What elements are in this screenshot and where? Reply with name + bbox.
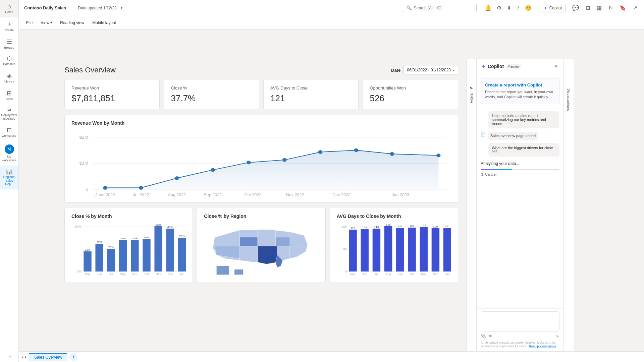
copilot-title: Copilot [488, 64, 504, 69]
kpi-label-close: Close % [171, 85, 252, 90]
search-input[interactable] [414, 6, 468, 10]
svg-rect-63 [349, 230, 357, 272]
sidebar-item-metrics[interactable]: ◈ Metrics [0, 69, 18, 87]
svg-rect-42 [154, 226, 162, 272]
svg-rect-65 [361, 229, 368, 272]
tab-nav-next[interactable]: ▸ [25, 355, 27, 359]
copilot-preview-link[interactable]: Read preview terms [529, 345, 556, 348]
layout-icon[interactable]: ▦ [595, 3, 603, 12]
reading-view-btn[interactable]: Reading view [57, 19, 88, 26]
download-icon[interactable]: ⬇ [505, 3, 513, 12]
svg-text:Nov: Nov [421, 273, 426, 276]
refresh-icon[interactable]: ↻ [607, 3, 614, 12]
svg-point-16 [436, 154, 441, 157]
svg-text:Jun: Jun [362, 273, 367, 276]
mobile-layout-btn[interactable]: Mobile layout [89, 19, 119, 26]
close-pct-region-title: Close % by Region [204, 214, 318, 219]
topbar-meta-chevron[interactable]: ▾ [121, 6, 122, 10]
svg-rect-30 [84, 251, 91, 272]
svg-text:49%: 49% [167, 226, 173, 229]
tab-nav-prev[interactable]: ◂ [21, 355, 23, 359]
sidebar-item-home[interactable]: ⌂ Home [0, 0, 18, 17]
sidebar-item-browse[interactable]: ☰ Browse [0, 36, 18, 53]
svg-text:Nov 2022: Nov 2022 [286, 192, 304, 197]
copilot-cancel-button[interactable]: ⊗ Cancel [481, 172, 559, 177]
svg-point-8 [139, 186, 143, 190]
copilot-system-msg-1: 📄 Sales overview page added [481, 132, 559, 140]
attach-icon[interactable]: 📎 [481, 334, 486, 339]
copilot-disclaimer: AI-generated content can make mistakes. … [481, 341, 559, 349]
svg-rect-46 [178, 238, 186, 272]
search-icon: 🔍 [407, 5, 412, 10]
svg-rect-73 [408, 228, 416, 272]
sidebar-label-home: Home [5, 10, 13, 14]
date-range-picker[interactable]: 06/01/2022 - 01/12/2023 ▾ [403, 66, 458, 74]
svg-text:Aug: Aug [120, 273, 126, 276]
feedback-icon[interactable]: 😊 [524, 3, 533, 12]
notifications-icon[interactable]: 🔔 [483, 3, 493, 12]
avg-days-month-chart: 100 50 0 116 118 119 [337, 223, 451, 277]
comment-icon[interactable]: 💬 [571, 3, 580, 12]
share-icon[interactable]: ↗ [632, 3, 639, 12]
copilot-close-button[interactable]: ✕ [553, 63, 559, 70]
avg-days-month-title: AVG Days to Close by Month [337, 214, 451, 219]
svg-point-15 [390, 152, 394, 156]
close-pct-month-card: Close % by Month 50% 0% 23% [64, 208, 193, 282]
date-label: Date [391, 68, 400, 73]
view-menu[interactable]: View ▾ [37, 19, 55, 26]
svg-text:0%: 0% [77, 270, 82, 273]
sidebar-item-apps[interactable]: ⊞ Apps [0, 87, 18, 104]
sidebar-item-deployment[interactable]: ⇌ Deploymentpipelines [0, 104, 18, 124]
page-header: Sales Overview Date 06/01/2022 - 01/12/2… [64, 66, 458, 74]
copilot-panel: ✦ Copilot Preview ✕ Create a report with… [476, 59, 564, 351]
filters-panel[interactable]: ⊳ Filters [466, 59, 476, 351]
regional-icon: 📊 [6, 169, 13, 174]
help-icon[interactable]: ? [515, 4, 521, 12]
filters-label[interactable]: Filters [469, 90, 473, 106]
bookmark-icon[interactable]: 🔖 [618, 3, 628, 12]
copilot-create-title[interactable]: Create a report with Copilot [485, 82, 555, 87]
sidebar-item-regional[interactable]: 📊 RegionalSales Rep... [0, 166, 18, 189]
copilot-input-icons: 📎 ✏ [481, 334, 492, 339]
kpi-row: Revenue Won $7,811,851 Close % 37.7% AVG… [64, 80, 458, 109]
tab-sales-overview[interactable]: Sales Overview [29, 353, 67, 361]
svg-text:121: 121 [445, 225, 450, 228]
copilot-send-button[interactable]: ➤ [555, 334, 559, 339]
file-menu[interactable]: File [23, 19, 36, 26]
edit-icon[interactable]: ✏ [489, 334, 492, 339]
sidebar-item-myworkspace[interactable]: M Myworkspace [0, 141, 18, 166]
create-icon: + [7, 21, 11, 27]
svg-text:Jun: Jun [97, 273, 102, 276]
svg-text:Oct 2022: Oct 2022 [244, 192, 261, 197]
svg-text:0: 0 [86, 187, 89, 192]
sidebar-label-browse: Browse [4, 46, 14, 50]
svg-text:May: May [85, 273, 91, 276]
copilot-input-area[interactable] [481, 311, 559, 331]
sidebar-item-create[interactable]: + Create [0, 17, 18, 36]
add-tab-button[interactable]: + [69, 353, 77, 361]
copilot-label: Copilot [549, 6, 562, 10]
sidebar-label-myworkspace: Myworkspace [2, 155, 16, 162]
sidebar-item-workspaces[interactable]: ⊡ workspace [0, 124, 18, 141]
svg-text:$1M: $1M [79, 161, 88, 166]
search-box[interactable]: 🔍 [403, 4, 477, 12]
sidebar-item-datahub[interactable]: ⬡ Data hub [0, 53, 18, 69]
svg-text:0: 0 [345, 270, 346, 273]
copilot-footer: 📎 ✏ ➤ AI-generated content can make mist… [477, 308, 564, 351]
svg-text:119: 119 [374, 226, 379, 229]
settings-icon[interactable]: ⚙ [495, 3, 503, 12]
sidebar-item-more[interactable]: ··· [0, 351, 18, 362]
kpi-card-opps: Opportunities Won 526 [363, 80, 458, 109]
copilot-preview-badge: Preview [506, 64, 521, 69]
view-options-icon[interactable]: ⊞ [584, 3, 591, 12]
sidebar: ⌂ Home + Create ☰ Browse ⬡ Data hub ◈ Me… [0, 0, 19, 362]
viz-label[interactable]: Visualizations [567, 86, 571, 114]
svg-text:Aug 2022: Aug 2022 [168, 192, 186, 197]
sidebar-label-regional: RegionalSales Rep... [2, 175, 17, 186]
copilot-topbar-button[interactable]: ✦ Copilot [540, 4, 566, 12]
kpi-value-revenue: $7,811,851 [71, 93, 153, 104]
visualizations-panel[interactable]: Visualizations [564, 59, 574, 351]
copilot-header: ✦ Copilot Preview ✕ [477, 59, 564, 74]
main-content: Sales Overview Date 06/01/2022 - 01/12/2… [56, 59, 466, 351]
sidebar-label-metrics: Metrics [4, 80, 14, 83]
